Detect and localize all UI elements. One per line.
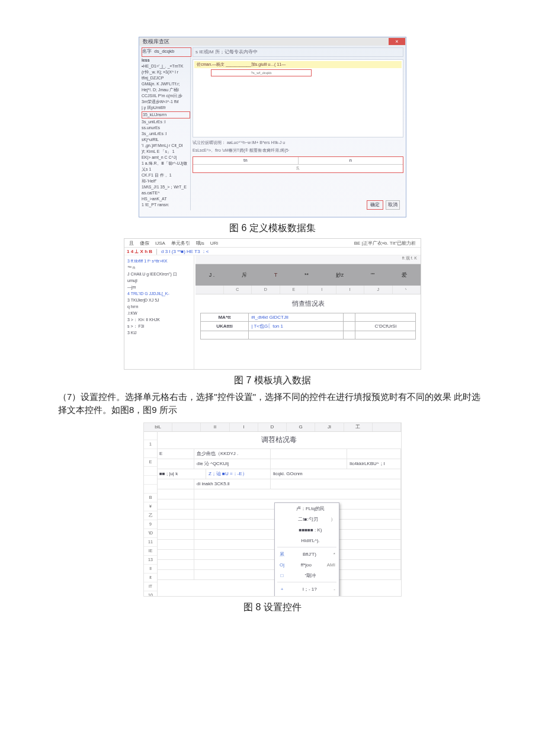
side-item[interactable]: umuji [127, 277, 191, 284]
name-field[interactable]: 名字 ds_dcqkb [142, 47, 191, 57]
menubar[interactable]: 且傻假IJSA单元务引哦isURiBE |正半广衣»b. TIt"已能力析 [124, 239, 421, 248]
column-id[interactable]: G [287, 423, 315, 431]
tree-item[interactable]: CK.F1 ⽬ 作 。1 [142, 172, 190, 178]
menu-item[interactable]: IJSA [155, 241, 165, 246]
column-id[interactable]: I [308, 286, 336, 294]
column-id[interactable]: J [364, 286, 393, 294]
context-menu-item[interactable]: +I；- 1?- [275, 584, 339, 594]
close-icon[interactable]: × [389, 38, 405, 45]
cell[interactable] [271, 449, 347, 459]
tree-item[interactable]: tfinj_DZJCP [142, 75, 190, 81]
menu-item[interactable]: 单元务引 [171, 240, 190, 246]
cell[interactable]: licqki. GOcnm [271, 469, 401, 479]
column-id[interactable]: D [252, 286, 280, 294]
menu-item[interactable]: 傻假 [140, 240, 149, 246]
cell[interactable] [347, 449, 401, 459]
side-item[interactable]: 3 >： Kl< II KHJK [127, 316, 191, 323]
tree-item[interactable]: GM&jn. K JWFL!Tf.r; [142, 81, 190, 87]
tree-item[interactable]: 3m荣退步W<I^-1 fM [142, 99, 190, 105]
row-id[interactable]: B [144, 494, 157, 502]
row-id[interactable] [144, 467, 157, 476]
tree-item[interactable]: 3s_.uniLrEs :l [142, 131, 190, 137]
toolbar-item[interactable]: HE [187, 249, 194, 254]
cell[interactable]: Ilc4kkirLKBU^；I [347, 459, 401, 469]
context-menu-item[interactable]: X-(*CD)» [275, 594, 339, 597]
context-menu-item[interactable]: □"期冲 [275, 570, 339, 581]
context-menu-item[interactable]: 二t■:勺刃） [275, 514, 339, 524]
tree-item[interactable]: •HE_D1='_j_. _«TmTK [142, 63, 190, 69]
tree-item[interactable]: (r忡._w. Kj; »3(X^ l r [142, 69, 190, 75]
tree-item[interactable]: HS_>anK_AT [142, 196, 190, 202]
column-id[interactable]: D [258, 423, 287, 431]
tree-item[interactable]: as.calTE^ [142, 190, 190, 196]
row-id[interactable]: IE [144, 547, 157, 556]
column-id[interactable]: Jl [315, 423, 344, 431]
cancel-button[interactable]: 取消 [386, 200, 400, 210]
context-menu[interactable]: 卢：FLtq的民二t■:勺刃）■■■■■ : K)HIdIt'L^).累BfIJ… [274, 502, 339, 597]
row-id[interactable]: Il [144, 565, 157, 574]
row-id[interactable] [144, 431, 157, 440]
column-id[interactable]: I [230, 423, 258, 431]
toolbar[interactable]: 1 4 ⊥ X h B │ d 3 I (3 **■) HE T3 ：< [124, 248, 421, 255]
menu-item[interactable]: 哦is [196, 240, 204, 246]
menu-item[interactable]: URi [210, 241, 218, 246]
tree-item[interactable]: 1 !E_PT ransn: [142, 202, 190, 208]
column-id[interactable] [195, 286, 224, 294]
row-id[interactable]: E [144, 458, 157, 467]
side-item[interactable]: ™ n [127, 264, 191, 271]
context-menu-item[interactable]: Ojff*jooAMI [275, 559, 339, 570]
side-item[interactable]: .l:KW [127, 310, 191, 316]
toolbar-item[interactable]: T3 ：< [194, 249, 209, 254]
side-item[interactable]: 3 ff.tibflff 1 f^ s^ttr>KK [127, 258, 191, 264]
cell[interactable]: di inakh 3CK5.ll [194, 479, 271, 489]
sheet[interactable]: 悄查惜况表 MA*tt #i_dt4kt GlDCTJlI UKAttti | … [195, 293, 421, 369]
column-id[interactable]: I [336, 286, 365, 294]
row-id[interactable]: 'ID [144, 529, 157, 538]
column-id[interactable] [172, 423, 201, 431]
row-id[interactable]: IT [144, 582, 157, 591]
tree-item[interactable]: 'I ,gn.}#f MmLj r Cit_Dl [142, 143, 190, 149]
column-id[interactable]: C [224, 286, 252, 294]
tree-item[interactable]: 1 a.绛.R。Ⅲ「翁r^-UJj做乂s 1 [142, 161, 190, 172]
menu-item[interactable]: 且 [129, 240, 134, 246]
tree-item[interactable]: ss.unurEs [142, 125, 190, 131]
context-menu-item[interactable]: 累BfIJ'T)* [275, 549, 339, 559]
row-id[interactable] [144, 449, 157, 458]
tree-item[interactable]: )f; KimL E 「s」 1 [142, 149, 190, 155]
tree-item[interactable]: 35_kLlJnsrrn [142, 111, 190, 118]
cell[interactable]: die 沁 ^QCKUIj [194, 459, 271, 469]
side-item[interactable]: 4 TRL'ID G JJDJIL[_K- [127, 290, 191, 297]
sql-editor[interactable]: 佐cman.—杨文 ___________加s.giulll u…( 11— ?… [193, 59, 403, 137]
side-item[interactable]: q hrrn [127, 303, 191, 310]
column-id[interactable] [373, 423, 401, 431]
column-id[interactable]: 工 [344, 423, 373, 431]
cell[interactable]: Z；讪 ■U =：-E） [206, 469, 271, 479]
side-item[interactable]: 3 TKlJierjD XJ 5J [127, 297, 191, 303]
side-item[interactable]: s >： F3l [127, 323, 191, 329]
side-item[interactable]: —jm [127, 284, 191, 290]
column-id[interactable]: II [201, 423, 229, 431]
side-item[interactable]: 3 KlJ [127, 329, 191, 336]
tree-item[interactable]: sKj^uiRlL [142, 137, 190, 143]
context-menu-item[interactable]: ■■■■■ : K) [275, 524, 339, 535]
side-item[interactable]: J CHAll.U g lEECKircn") 口 [127, 271, 191, 277]
tree-item[interactable]: EK|> amt_n C C^J| [142, 155, 190, 161]
context-menu-item[interactable]: HIdIt'L^). [275, 535, 339, 546]
tree-item[interactable]: 3s_uniLrEs :l [142, 119, 190, 125]
row-id[interactable]: 10 [144, 591, 157, 597]
tree-item[interactable]: 和-'Helf" [142, 178, 190, 184]
row-id[interactable]: 1 [144, 440, 157, 449]
tree-item[interactable]: CCJSIIL P'm c(m日;步 [142, 93, 190, 99]
row-id[interactable]: it [144, 574, 157, 582]
row-id[interactable]: ¥ [144, 502, 157, 511]
cell[interactable]: 血少曲也（KKDYJ . [194, 449, 271, 459]
context-menu-item[interactable]: 卢：FLtq的民 [275, 503, 339, 514]
row-id[interactable]: 13 [144, 556, 157, 565]
side-panel[interactable]: 3 ff.tibflff 1 f^ s^ttr>KK™ nJ CHAll.U g… [124, 255, 194, 369]
toolbar-item[interactable]: I (3 **■) [169, 249, 187, 254]
cell[interactable] [271, 479, 401, 489]
column-id[interactable]: E [280, 286, 309, 294]
row-id[interactable]: 9 [144, 520, 157, 529]
tree-panel[interactable]: less •HE_D1='_j_. _«TmTK(r忡._w. Kj; »3(X… [142, 57, 191, 210]
column-id[interactable]: 丶 [393, 286, 421, 294]
